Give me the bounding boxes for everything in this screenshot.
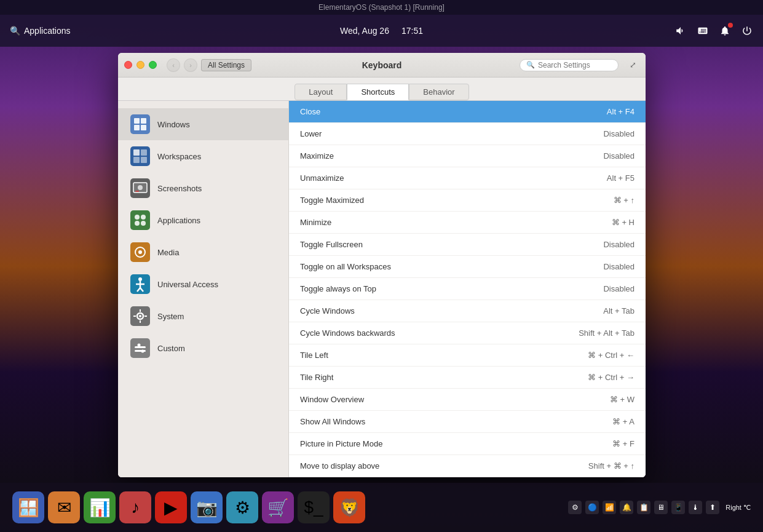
svg-rect-4 — [141, 125, 146, 130]
expand-button[interactable]: ⤢ — [626, 58, 639, 72]
sidebar-item-universal-access[interactable]: Universal Access — [118, 268, 288, 300]
sys-icon-7[interactable]: 📱 — [671, 501, 685, 514]
shortcut-row-lower[interactable]: Lower Disabled — [289, 123, 646, 145]
sidebar-label-custom: Custom — [157, 344, 185, 353]
custom-icon — [130, 338, 150, 358]
search-icon: 🔍 — [526, 61, 535, 69]
sys-icon-3[interactable]: 📶 — [603, 501, 616, 514]
sys-icon-9[interactable]: ⬆ — [706, 501, 719, 514]
shortcut-row-window-overview[interactable]: Window Overview ⌘ + W — [289, 389, 646, 411]
svg-point-31 — [139, 315, 141, 317]
apps-menu-icon[interactable]: 🔍 — [10, 26, 20, 36]
all-settings-button[interactable]: All Settings — [201, 59, 251, 71]
taskbar-apps: 🪟✉📊♪▶📷⚙🛒$_🦁 — [12, 491, 365, 523]
tab-shortcuts[interactable]: Shortcuts — [347, 84, 409, 100]
taskbar-app-youtube[interactable]: ▶ — [155, 491, 187, 523]
tab-layout[interactable]: Layout — [295, 84, 347, 100]
shortcut-key: ⌘ + Ctrl + ← — [588, 351, 635, 360]
shortcut-key: Disabled — [603, 151, 635, 161]
sidebar-item-screenshots[interactable]: Screenshots — [118, 172, 288, 204]
volume-icon[interactable] — [674, 25, 687, 37]
sidebar-item-workspaces[interactable]: Workspaces — [118, 140, 288, 172]
svg-rect-3 — [134, 125, 140, 130]
sys-icon-4[interactable]: 🔔 — [620, 501, 633, 514]
svg-rect-6 — [133, 149, 140, 156]
shortcut-row-tile-left[interactable]: Tile Left ⌘ + Ctrl + ← — [289, 344, 646, 367]
maximize-window-button[interactable] — [149, 61, 157, 69]
keyboard-settings-window: ‹ › All Settings Keyboard 🔍 ⤢ Layout Sho… — [118, 53, 646, 477]
shortcut-key: ⌘ + F — [612, 439, 635, 448]
sys-icon-5[interactable]: 📋 — [637, 501, 650, 514]
shortcut-label: Close — [300, 107, 320, 116]
sidebar-label-universal-access: Universal Access — [157, 280, 218, 289]
sidebar-label-system: System — [157, 312, 184, 321]
tab-behavior[interactable]: Behavior — [409, 84, 468, 100]
sidebar-item-system[interactable]: System — [118, 300, 288, 332]
shortcut-key: ⌘ + W — [610, 395, 635, 404]
shortcut-key: ⌘ + A — [612, 417, 635, 426]
taskbar-app-files[interactable]: 📊 — [84, 491, 116, 523]
shortcut-row-move-display-above[interactable]: Move to display above Shift + ⌘ + ↑ — [289, 455, 646, 477]
search-input[interactable] — [538, 61, 612, 69]
shortcut-row-minimize[interactable]: Minimize ⌘ + H — [289, 212, 646, 234]
taskbar-app-settings2[interactable]: ⚙ — [226, 491, 258, 523]
top-bar-center: Wed, Aug 26 17:51 — [340, 26, 423, 36]
sidebar-item-windows[interactable]: Windows — [118, 108, 288, 140]
top-bar-right — [674, 25, 753, 37]
taskbar-app-terminal[interactable]: $_ — [298, 491, 330, 523]
shortcut-row-toggle-maximized[interactable]: Toggle Maximized ⌘ + ↑ — [289, 189, 646, 212]
shortcut-key: ⌘ + H — [612, 218, 635, 227]
power-icon[interactable] — [741, 25, 753, 37]
sidebar-item-media[interactable]: Media — [118, 236, 288, 268]
nav-forward-button[interactable]: › — [184, 58, 197, 72]
taskbar-app-appstore[interactable]: 🛒 — [262, 491, 294, 523]
applications-icon — [130, 210, 150, 230]
keyboard-icon[interactable] — [697, 25, 709, 37]
shortcut-row-cycle-windows[interactable]: Cycle Windows Alt + Tab — [289, 300, 646, 322]
sys-icon-2[interactable]: 🔵 — [585, 501, 599, 514]
shortcut-row-cycle-windows-backwards[interactable]: Cycle Windows backwards Shift + Alt + Ta… — [289, 322, 646, 344]
svg-point-24 — [138, 277, 142, 281]
minimize-window-button[interactable] — [136, 61, 144, 69]
shortcut-row-show-all-windows[interactable]: Show All Windows ⌘ + A — [289, 411, 646, 433]
taskbar-app-photos[interactable]: 📷 — [191, 491, 223, 523]
shortcut-row-toggle-always-on-top[interactable]: Toggle always on Top Disabled — [289, 278, 646, 300]
sys-icon-1[interactable]: ⚙ — [568, 501, 582, 514]
shortcut-row-tile-right[interactable]: Tile Right ⌘ + Ctrl + → — [289, 367, 646, 389]
svg-rect-14 — [135, 191, 139, 192]
notification-badge — [728, 23, 733, 28]
dialog-content: Windows Workspaces — [118, 101, 646, 477]
shortcut-row-picture-in-picture[interactable]: Picture in Picture Mode ⌘ + F — [289, 433, 646, 455]
windows-icon — [130, 114, 150, 134]
nav-back-button[interactable]: ‹ — [167, 58, 180, 72]
shortcut-key: Disabled — [603, 129, 635, 138]
sidebar-item-applications[interactable]: Applications — [118, 204, 288, 236]
taskbar-app-multitasking[interactable]: 🪟 — [12, 491, 44, 523]
shortcut-label: Toggle on all Workspaces — [300, 262, 391, 271]
shortcut-row-maximize[interactable]: Maximize Disabled — [289, 145, 646, 167]
shortcut-row-unmaximize[interactable]: Unmaximize Alt + F5 — [289, 167, 646, 189]
sys-icon-6[interactable]: 🖥 — [654, 501, 668, 514]
dialog-titlebar: ‹ › All Settings Keyboard 🔍 ⤢ — [118, 53, 646, 77]
close-window-button[interactable] — [124, 61, 132, 69]
shortcut-row-toggle-all-workspaces[interactable]: Toggle on all Workspaces Disabled — [289, 256, 646, 278]
taskbar-app-music[interactable]: ♪ — [119, 491, 151, 523]
shortcut-label: Unmaximize — [300, 173, 344, 183]
traffic-lights — [124, 61, 157, 69]
svg-point-40 — [141, 350, 144, 353]
shortcut-label: Minimize — [300, 218, 331, 227]
taskbar-app-browser[interactable]: 🦁 — [333, 491, 365, 523]
desktop: ‹ › All Settings Keyboard 🔍 ⤢ Layout Sho… — [0, 47, 763, 498]
sys-icon-8[interactable]: 🌡 — [689, 501, 702, 514]
svg-rect-9 — [141, 157, 147, 163]
notification-icon[interactable] — [719, 25, 731, 37]
svg-rect-7 — [141, 149, 147, 156]
sidebar-label-media: Media — [157, 248, 179, 257]
search-box[interactable]: 🔍 — [520, 59, 619, 71]
shortcut-key: Alt + F5 — [607, 173, 635, 183]
shortcut-row-toggle-fullscreen[interactable]: Toggle Fullscreen Disabled — [289, 234, 646, 256]
taskbar-app-mail[interactable]: ✉ — [48, 491, 80, 523]
shortcut-row-close[interactable]: Close Alt + F4 — [289, 101, 646, 123]
sidebar-item-custom[interactable]: Custom — [118, 332, 288, 364]
apps-label[interactable]: Applications — [24, 26, 71, 36]
